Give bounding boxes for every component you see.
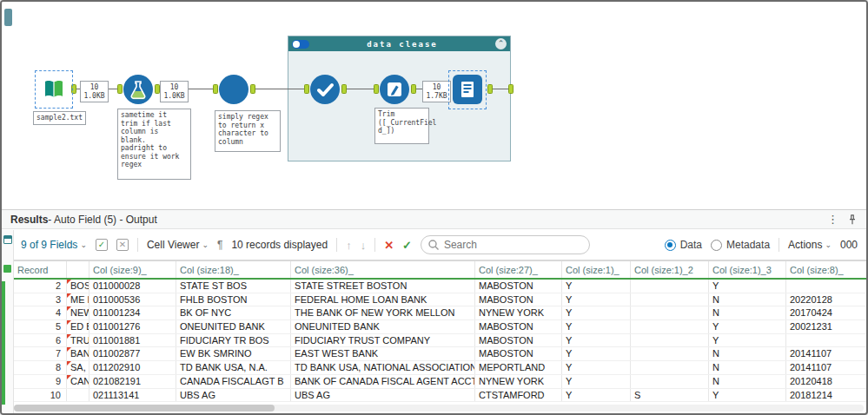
data-cell[interactable]: 011000536 xyxy=(89,293,176,306)
data-cell[interactable]: NEW Y… xyxy=(67,306,89,319)
data-cell[interactable]: TD BANK USA, NATIONAL ASSOCIATION xyxy=(291,361,475,374)
data-cell[interactable]: CANADA FISCALAGT B xyxy=(176,375,291,388)
column-header[interactable]: Col (size:36)_ xyxy=(291,261,475,278)
column-header[interactable] xyxy=(67,261,89,278)
data-cell[interactable] xyxy=(631,280,709,293)
arrow-up-icon[interactable]: ↑ xyxy=(346,239,352,252)
connection-anchor[interactable] xyxy=(487,84,493,94)
input-tool-label[interactable]: sample2.txt xyxy=(33,111,86,125)
data-cell[interactable]: N xyxy=(709,293,786,306)
data-cell[interactable] xyxy=(631,306,709,319)
data-cell[interactable] xyxy=(631,347,709,360)
data-cell[interactable]: Y xyxy=(709,280,786,293)
data-cell[interactable]: Y xyxy=(709,320,786,333)
data-cell[interactable]: S xyxy=(631,389,709,402)
data-cell[interactable]: TRUST… xyxy=(67,334,89,347)
data-cell[interactable]: FIDUCIARY TRUST COMPANY xyxy=(291,334,475,347)
data-cell[interactable]: NYNEW YORK xyxy=(475,375,562,388)
column-header[interactable]: Col (size:1)_ xyxy=(562,261,631,278)
column-header[interactable]: Col (size:8)_ xyxy=(786,261,866,278)
data-cell[interactable]: FIDUCIARY TR BOS xyxy=(176,334,291,347)
table-row[interactable]: 9CAN…021082191CANADA FISCALAGT BBANK OF … xyxy=(14,375,866,389)
data-cell[interactable]: Y xyxy=(562,361,631,374)
data-cell[interactable]: FHLB BOSTON xyxy=(176,293,291,306)
data-cell[interactable]: MABOSTON xyxy=(475,293,562,306)
table-row[interactable]: 6TRUST…011001881FIDUCIARY TR BOSFIDUCIAR… xyxy=(14,334,866,348)
input-data-tool[interactable] xyxy=(37,73,70,106)
fields-dropdown[interactable]: 9 of 9 Fields ⌄ xyxy=(21,239,87,251)
select-all-icon[interactable]: ✓ xyxy=(96,239,108,251)
actions-dropdown[interactable]: Actions ⌄ xyxy=(788,239,832,251)
record-number-cell[interactable]: 2 xyxy=(14,280,67,293)
multi-field-formula-tool[interactable] xyxy=(380,75,409,104)
connection-anchor[interactable] xyxy=(341,84,347,94)
data-cell[interactable]: ED BA… xyxy=(67,320,89,333)
data-cell[interactable]: 20141107 xyxy=(786,347,866,360)
data-cell[interactable]: EW BK SMRINO xyxy=(176,347,291,360)
data-cell[interactable]: 011001881 xyxy=(89,334,176,347)
data-radio[interactable] xyxy=(665,240,676,251)
data-cell[interactable]: MABOSTON xyxy=(475,334,562,347)
data-cell[interactable] xyxy=(67,389,89,402)
data-cell[interactable]: CTSTAMFORD xyxy=(475,389,562,402)
kebab-menu-icon[interactable]: ⋮ xyxy=(827,213,838,226)
data-cell[interactable]: 011202910 xyxy=(89,361,176,374)
data-cell[interactable]: ME LO… xyxy=(67,293,89,306)
data-cell[interactable]: N xyxy=(709,347,786,360)
cell-viewer-dropdown[interactable]: Cell Viewer ⌄ xyxy=(147,239,209,251)
connection-anchor[interactable] xyxy=(508,84,514,94)
data-cell[interactable]: 20120418 xyxy=(786,375,866,388)
data-cell[interactable]: MABOSTON xyxy=(475,320,562,333)
data-cell[interactable]: SA, NA… xyxy=(67,361,89,374)
data-cell[interactable]: TD BANK USA, N.A. xyxy=(176,361,291,374)
data-cell[interactable] xyxy=(786,334,866,347)
autofield-tool[interactable] xyxy=(310,75,340,104)
data-cell[interactable]: EAST WEST BANK xyxy=(291,347,475,360)
data-cell[interactable]: Y xyxy=(562,389,631,402)
column-header[interactable]: Col (size:1)_3 xyxy=(709,261,786,278)
data-cell[interactable] xyxy=(631,361,709,374)
table-row[interactable]: 8SA, NA…011202910TD BANK USA, N.A.TD BAN… xyxy=(14,361,866,375)
search-input[interactable] xyxy=(421,235,590,254)
table-row[interactable]: 3ME LO…011000536FHLB BOSTONFEDERAL HOME … xyxy=(14,293,866,307)
data-cell[interactable]: Y xyxy=(562,347,631,360)
data-cell[interactable]: UBS AG xyxy=(291,389,475,402)
record-number-cell[interactable]: 7 xyxy=(14,347,67,360)
data-cell[interactable] xyxy=(631,293,709,306)
data-cell[interactable]: MABOSTON xyxy=(475,347,562,360)
table-row[interactable]: 2BOST…011000028STATE ST BOSSTATE STREET … xyxy=(14,280,866,293)
data-radio-group[interactable]: Data xyxy=(665,239,702,251)
data-cell[interactable]: Y xyxy=(562,375,631,388)
regex-comment[interactable]: simply regex to return x character to co… xyxy=(215,110,281,152)
data-cell[interactable]: 021113141 xyxy=(89,389,176,402)
data-cell[interactable]: CAN… xyxy=(67,375,89,388)
connection-anchor[interactable] xyxy=(213,84,218,94)
data-cell[interactable]: BK OF NYC xyxy=(176,306,291,319)
pin-icon[interactable] xyxy=(847,214,858,226)
record-number-cell[interactable]: 5 xyxy=(14,320,67,333)
pilcrow-icon[interactable]: ¶ xyxy=(217,239,222,251)
data-cell[interactable]: 20021231 xyxy=(786,320,866,333)
annotation-count-formula[interactable]: 10 1.0KB xyxy=(160,81,189,102)
data-cell[interactable]: Y xyxy=(562,293,631,306)
connection-anchor[interactable] xyxy=(411,84,416,94)
formula-tool[interactable] xyxy=(123,75,153,104)
data-cell[interactable]: N xyxy=(709,375,786,388)
column-header[interactable]: Col (size:18)_ xyxy=(176,261,291,278)
apply-button[interactable]: ✓ xyxy=(402,239,412,252)
data-cell[interactable]: BANK OF CANADA FISCAL AGENT ACCT B xyxy=(291,375,475,388)
data-cell[interactable]: Y xyxy=(562,320,631,333)
table-row[interactable]: 4NEW Y…011001234BK OF NYCTHE BANK OF NEW… xyxy=(14,306,866,320)
data-cell[interactable]: 20170424 xyxy=(786,306,866,319)
table-row[interactable]: 5ED BA…011001276ONEUNITED BANKONEUNITED … xyxy=(14,320,866,334)
arrow-down-icon[interactable]: ↓ xyxy=(361,239,367,252)
cancel-button[interactable]: ✕ xyxy=(384,239,394,252)
workflow-canvas[interactable]: data clease ⌃ xyxy=(2,2,866,209)
data-cell[interactable]: 011000028 xyxy=(89,280,176,293)
column-header[interactable]: Col (size:1)_2 xyxy=(631,261,709,278)
data-cell[interactable]: Y xyxy=(709,389,786,402)
browse-tool[interactable] xyxy=(453,75,482,104)
data-cell[interactable]: Y xyxy=(562,306,631,319)
data-cell[interactable] xyxy=(631,334,709,347)
connection-anchor[interactable] xyxy=(304,84,309,94)
